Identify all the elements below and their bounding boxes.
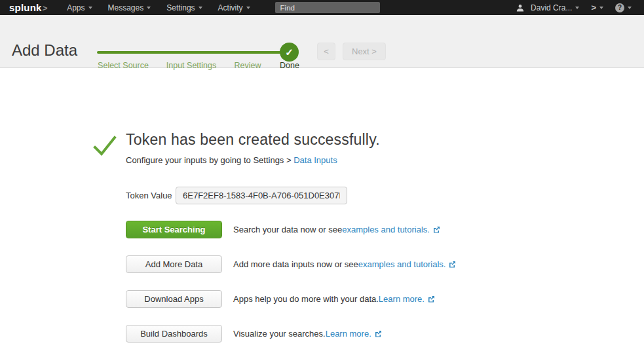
wizard-progress-line: [97, 51, 290, 54]
console-icon: >: [591, 3, 596, 12]
subtitle-text: Configure your inputs by going to Settin…: [126, 155, 294, 165]
learn-more-link[interactable]: Learn more.: [379, 294, 425, 304]
action-description: Visualize your searches. Learn more.: [233, 329, 382, 339]
user-avatar-icon: [516, 4, 524, 12]
nav-menu-messages[interactable]: Messages: [100, 0, 159, 15]
chevron-down-icon: [246, 7, 250, 9]
wizard-step-select-source: Select Source: [98, 61, 149, 70]
nav-menu-settings-label: Settings: [166, 3, 195, 12]
splunk-logo[interactable]: splunk >: [9, 2, 47, 13]
examples-tutorials-link[interactable]: examples and tutorials.: [342, 225, 430, 234]
token-row: Token Value: [126, 187, 644, 204]
help-menu[interactable]: ?: [609, 0, 637, 15]
add-more-data-button[interactable]: Add More Data: [126, 255, 222, 273]
console-menu[interactable]: >: [585, 0, 609, 15]
user-menu[interactable]: David Cra...: [510, 0, 585, 15]
back-button[interactable]: <: [317, 43, 335, 60]
find-search-input[interactable]: [275, 2, 380, 13]
external-link-icon[interactable]: [449, 261, 456, 268]
data-inputs-link[interactable]: Data Inputs: [294, 155, 337, 165]
action-description: Add more data inputs now or see examples…: [233, 259, 456, 269]
nav-menu-settings[interactable]: Settings: [159, 0, 210, 15]
chevron-down-icon: [575, 7, 579, 9]
next-button[interactable]: Next >: [343, 43, 386, 60]
build-dashboards-button[interactable]: Build Dashboards: [126, 325, 222, 343]
chevron-down-icon: [199, 7, 202, 9]
examples-tutorials-link[interactable]: examples and tutorials.: [358, 259, 446, 269]
start-searching-button[interactable]: Start Searching: [126, 221, 222, 238]
help-icon: ?: [615, 3, 624, 12]
chevron-down-icon: [599, 7, 603, 9]
success-subtitle: Configure your inputs by going to Settin…: [126, 155, 644, 165]
download-apps-button[interactable]: Download Apps: [126, 290, 222, 308]
external-link-icon[interactable]: [428, 295, 435, 303]
next-steps-actions: Start Searching Search your data now or …: [126, 221, 644, 343]
action-text: Search your data now or see: [233, 225, 342, 234]
action-text: Add more data inputs now or see: [233, 259, 358, 269]
wizard-progress: ✓ Select Source Input Settings Review Do…: [97, 15, 300, 68]
action-row-build-dashboards: Build Dashboards Visualize your searches…: [126, 325, 644, 343]
chevron-down-icon: [147, 7, 151, 9]
user-name-label: David Cra...: [531, 3, 572, 12]
nav-menu-activity-label: Activity: [218, 3, 243, 12]
wizard-done-check-icon: ✓: [280, 43, 299, 62]
splunk-logo-text: splunk: [9, 2, 42, 13]
page-title: Add Data: [12, 41, 77, 60]
action-description: Search your data now or see examples and…: [233, 225, 440, 234]
page-header: Add Data ✓ Select Source Input Settings …: [0, 15, 644, 68]
nav-menu-activity[interactable]: Activity: [210, 0, 258, 15]
action-row-download-apps: Download Apps Apps help you do more with…: [126, 290, 644, 308]
success-check-icon: [92, 131, 126, 353]
wizard-step-done: Done: [280, 61, 299, 70]
learn-more-link[interactable]: Learn more.: [326, 329, 371, 339]
nav-menu-apps[interactable]: Apps: [59, 0, 100, 15]
chevron-down-icon: [88, 7, 92, 9]
wizard-step-review: Review: [235, 61, 261, 70]
main-content: Token has been created successfully. Con…: [0, 68, 644, 353]
nav-menu-apps-label: Apps: [67, 3, 85, 12]
wizard-navigation: < Next >: [317, 43, 386, 60]
wizard-step-input-settings: Input Settings: [166, 61, 216, 70]
navbar-right-section: David Cra... > ?: [510, 0, 637, 15]
action-description: Apps help you do more with your data. Le…: [233, 294, 435, 304]
action-row-add-more-data: Add More Data Add more data inputs now o…: [126, 255, 644, 273]
external-link-icon[interactable]: [375, 330, 382, 337]
success-title: Token has been created successfully.: [126, 131, 644, 149]
token-value-field[interactable]: [176, 187, 347, 204]
top-navbar: splunk > Apps Messages Settings Activity…: [0, 0, 644, 15]
token-value-label: Token Value: [126, 191, 176, 200]
splunk-logo-arrow-icon: >: [41, 3, 48, 13]
chevron-down-icon: [628, 7, 632, 9]
external-link-icon[interactable]: [433, 226, 440, 233]
action-text: Visualize your searches.: [233, 329, 326, 339]
action-row-start-searching: Start Searching Search your data now or …: [126, 221, 644, 238]
action-text: Apps help you do more with your data.: [233, 294, 379, 304]
nav-menu-messages-label: Messages: [108, 3, 144, 12]
